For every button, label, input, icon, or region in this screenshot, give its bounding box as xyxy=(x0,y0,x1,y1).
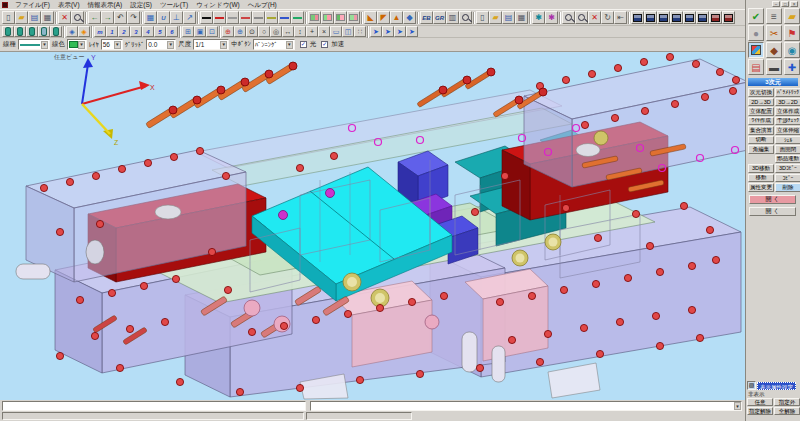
measure-tool-4-button[interactable]: ◆ xyxy=(403,11,416,24)
new-file-2-button[interactable]: ▯ xyxy=(476,11,489,24)
command-集合演算[interactable]: 集合演算 xyxy=(748,126,774,135)
menu-tools[interactable]: ツール(T) xyxy=(156,1,192,8)
sphere-icon[interactable]: ● xyxy=(748,25,764,41)
link-button[interactable]: ✱ xyxy=(532,11,545,24)
command-角編集[interactable]: 角編集 xyxy=(748,145,774,154)
measure-tool-1-button[interactable]: ◣ xyxy=(364,11,377,24)
pan-v-button[interactable]: ↕ xyxy=(294,26,306,37)
view-prev-button[interactable]: ⇤ xyxy=(614,11,627,24)
line-style-olive-button[interactable] xyxy=(265,11,278,24)
menu-settings[interactable]: 設定(S) xyxy=(126,1,156,8)
shade-button[interactable] xyxy=(709,11,722,24)
line-style-red-button[interactable] xyxy=(213,11,226,24)
view-target-button[interactable]: ◎ xyxy=(270,26,282,37)
save-button[interactable]: ▤ xyxy=(28,11,41,24)
move-icon[interactable]: ✚ xyxy=(784,59,800,75)
view-refresh-button[interactable]: ↻ xyxy=(601,11,614,24)
menu-view[interactable]: 表示(V) xyxy=(54,1,84,8)
grid-select[interactable]: 0.0▼ xyxy=(146,39,176,50)
snap-perp-button[interactable]: ⊥ xyxy=(170,11,183,24)
plate-icon[interactable]: ▤ xyxy=(748,59,764,75)
open-button-primary[interactable]: 開 く xyxy=(749,195,796,204)
fit-window-button[interactable]: ▭ xyxy=(330,26,342,37)
highlight-mode-button[interactable]: ◈ xyxy=(78,26,90,37)
solid-3d-icon[interactable] xyxy=(748,42,764,58)
view-side-button[interactable] xyxy=(657,11,670,24)
snap-dir-button[interactable]: ↗ xyxy=(183,11,196,24)
gr-mode-button[interactable]: GR xyxy=(433,11,446,24)
view-4-button[interactable]: 4 xyxy=(142,26,154,37)
command-部品連動[interactable]: 部品連動 xyxy=(775,155,800,164)
view-back-button[interactable] xyxy=(683,11,696,24)
line-style-black-button[interactable] xyxy=(200,11,213,24)
attr-clear-all-button[interactable]: 全解除 xyxy=(774,407,800,415)
scale-select[interactable]: 1/1▼ xyxy=(193,39,229,50)
open-button-secondary[interactable]: 開 く xyxy=(749,207,796,216)
rotate-center-button[interactable]: ⊕ xyxy=(222,26,234,37)
line-style-green-button[interactable] xyxy=(291,11,304,24)
line-style-red2-button[interactable] xyxy=(239,11,252,24)
layer-lock-4-button[interactable] xyxy=(38,26,50,37)
layer-lock-3-button[interactable] xyxy=(26,26,38,37)
window-cascade-button[interactable]: ⊡ xyxy=(206,26,218,37)
palette-button[interactable]: ✱ xyxy=(545,11,558,24)
attr-any-button[interactable]: 任意 xyxy=(747,398,773,406)
layer-pattern-2-button[interactable] xyxy=(321,11,334,24)
zoom-out-button[interactable] xyxy=(575,11,588,24)
layer-lock-5-button[interactable] xyxy=(50,26,62,37)
accelerate-checkbox[interactable]: ✓ xyxy=(321,41,328,48)
view-3-button[interactable]: 3 xyxy=(130,26,142,37)
attr-clear-button[interactable]: 指定解除 xyxy=(747,407,773,415)
command-combo[interactable]: ▼ xyxy=(310,401,742,411)
command-ﾜｲﾔ作成[interactable]: ﾜｲﾔ作成 xyxy=(748,117,774,126)
measure-tool-3-button[interactable]: ▲ xyxy=(390,11,403,24)
snap-u-button[interactable]: U xyxy=(157,11,170,24)
layer-lock-1-button[interactable] xyxy=(2,26,14,37)
restore-button[interactable]: □ xyxy=(781,1,789,7)
orbit-1-button[interactable]: ➤ xyxy=(370,26,382,37)
command-ﾊﾟﾗﾒﾄﾘｯｸ[interactable]: ﾊﾟﾗﾒﾄﾘｯｸ xyxy=(775,88,800,97)
line-style-gray-button[interactable] xyxy=(252,11,265,24)
viewport-canvas[interactable]: 任意ビューYXZ xyxy=(0,52,745,400)
delete-button[interactable]: ✕ xyxy=(58,11,71,24)
line-color-select[interactable]: ▼ xyxy=(67,39,87,50)
minimize-button[interactable]: – xyxy=(772,1,780,7)
light-checkbox[interactable]: ✓ xyxy=(300,41,307,48)
pan-h-button[interactable]: ↔ xyxy=(282,26,294,37)
pan-right-button[interactable]: → xyxy=(101,11,114,24)
zoom-cancel-button[interactable]: ✕ xyxy=(588,11,601,24)
save-2-button[interactable]: ▤ xyxy=(502,11,515,24)
layer-lock-2-button[interactable] xyxy=(14,26,26,37)
view-bottom-button[interactable] xyxy=(696,11,709,24)
render-button[interactable] xyxy=(722,11,735,24)
command-ｼｪﾙ[interactable]: ｼｪﾙ xyxy=(775,136,800,145)
view-1-button[interactable]: 1 xyxy=(106,26,118,37)
command-ｺﾋﾟｰ[interactable]: ｺﾋﾟｰ xyxy=(775,174,800,183)
material-icon[interactable]: ◉ xyxy=(784,42,800,58)
layer-pattern-1-button[interactable] xyxy=(308,11,321,24)
viewport[interactable]: 任意ビューYXZ xyxy=(0,52,745,400)
zoom-button[interactable] xyxy=(71,11,84,24)
open-file-2-button[interactable]: ▰ xyxy=(489,11,502,24)
layer-select[interactable]: 56▼ xyxy=(101,39,123,50)
middle-button-select[interactable]: ﾊﾟﾝﾆﾝｸﾞ▼ xyxy=(253,39,295,50)
view-m-button[interactable]: m xyxy=(94,26,106,37)
close-button[interactable]: × xyxy=(790,1,798,7)
command-2D→3D[interactable]: 2D→3D xyxy=(748,98,774,107)
orbit-2-button[interactable]: ➤ xyxy=(382,26,394,37)
flag-list-icon[interactable]: ⚑ xyxy=(784,25,800,41)
view-circle-button[interactable]: ○ xyxy=(258,26,270,37)
view-top-button[interactable] xyxy=(644,11,657,24)
menu-help[interactable]: ヘルプ(H) xyxy=(244,1,281,8)
zoom-in-button[interactable] xyxy=(562,11,575,24)
menu-window[interactable]: ウィンドウ(W) xyxy=(192,1,244,8)
stamp-icon[interactable]: ◆ xyxy=(766,42,782,58)
window-tile-button[interactable]: ⊞ xyxy=(182,26,194,37)
snap-grid-button[interactable]: ▦ xyxy=(144,11,157,24)
view-2-button[interactable]: 2 xyxy=(118,26,130,37)
new-file-button[interactable]: ▯ xyxy=(2,11,15,24)
menu-file[interactable]: ファイル(F) xyxy=(11,1,54,8)
command-属性変更[interactable]: 属性変更 xyxy=(748,183,774,192)
zoom-select-button[interactable] xyxy=(459,11,472,24)
menu-info-display[interactable]: 情報表示(A) xyxy=(84,1,127,8)
